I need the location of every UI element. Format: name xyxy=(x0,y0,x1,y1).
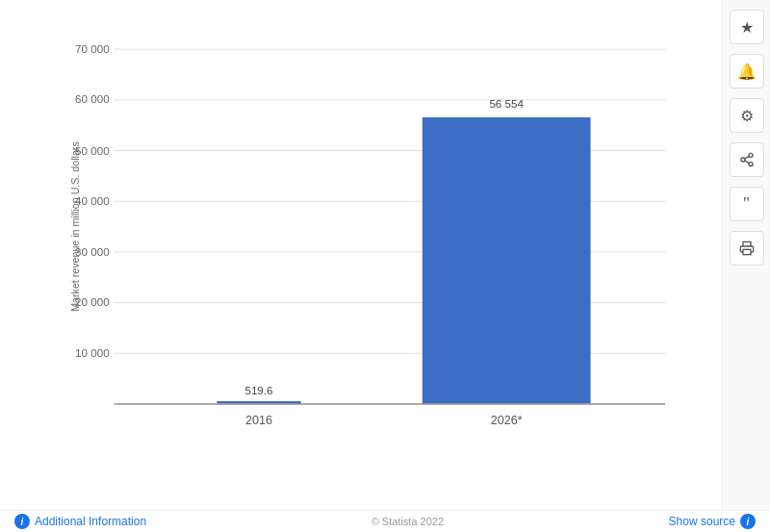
print-button[interactable] xyxy=(730,231,764,266)
y-label-10000: 10 000 xyxy=(75,346,110,359)
svg-line-12 xyxy=(744,161,749,164)
show-source-label: Show source xyxy=(669,515,735,528)
star-button[interactable]: ★ xyxy=(730,10,764,44)
additional-info-link[interactable]: i Additional Information xyxy=(14,514,146,529)
show-source-link[interactable]: Show source i xyxy=(669,514,756,529)
x-label-2016: 2016 xyxy=(245,414,272,427)
info-icon: i xyxy=(14,514,30,529)
share-button[interactable] xyxy=(730,142,764,177)
footer: i Additional Information © Statista 2022… xyxy=(0,510,770,532)
svg-point-10 xyxy=(741,158,745,162)
y-label-70000: 70 000 xyxy=(75,42,110,55)
chart-container: 70 000 60 000 50 000 40 000 30 000 20 00… xyxy=(0,0,770,532)
y-label-60000: 60 000 xyxy=(75,92,110,105)
svg-point-11 xyxy=(749,163,753,166)
chart-area: 70 000 60 000 50 000 40 000 30 000 20 00… xyxy=(0,0,722,510)
chart-svg: 70 000 60 000 50 000 40 000 30 000 20 00… xyxy=(67,19,703,452)
svg-point-9 xyxy=(749,153,753,157)
source-info-icon: i xyxy=(740,514,756,529)
bar-label-2016: 519.6 xyxy=(244,384,272,396)
sidebar-icons: ★ 🔔 ⚙ " xyxy=(722,0,770,510)
bar-label-2026: 56 554 xyxy=(489,97,524,110)
x-label-2026: 2026* xyxy=(491,414,523,427)
bell-button[interactable]: 🔔 xyxy=(730,54,764,89)
bar-2026 xyxy=(423,117,591,404)
chart-main: 70 000 60 000 50 000 40 000 30 000 20 00… xyxy=(0,0,770,510)
statista-credit: © Statista 2022 xyxy=(372,516,444,527)
y-axis-title: Market revenue in million U.S. dollars xyxy=(69,141,81,312)
svg-rect-14 xyxy=(743,249,751,254)
svg-line-13 xyxy=(744,156,749,159)
quote-button[interactable]: " xyxy=(730,187,764,221)
gear-button[interactable]: ⚙ xyxy=(730,98,764,133)
additional-info-label: Additional Information xyxy=(35,515,146,528)
